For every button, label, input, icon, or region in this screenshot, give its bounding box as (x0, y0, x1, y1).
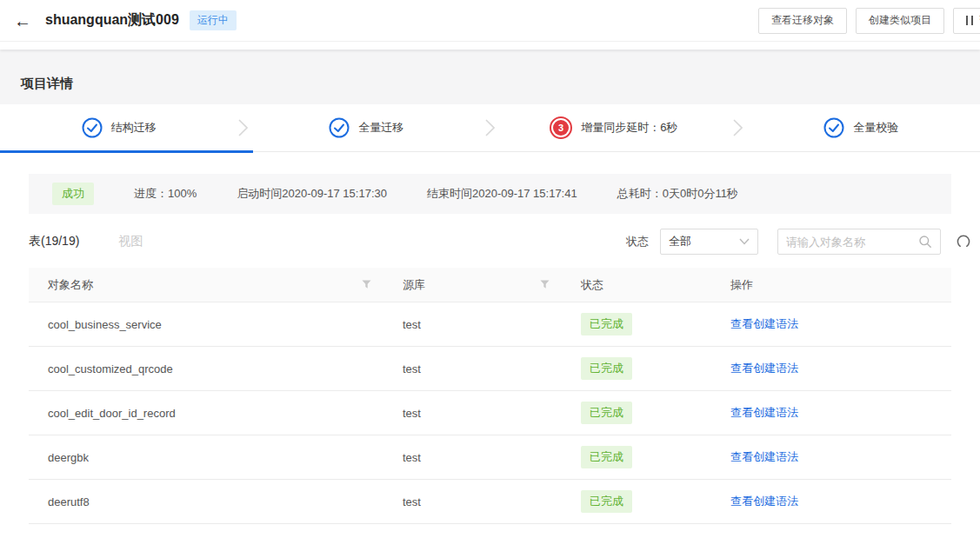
end-time-text: 结束时间2020-09-17 15:17:41 (427, 186, 577, 202)
step-full-verification[interactable]: 全量校验 (743, 117, 980, 138)
object-search-box (777, 229, 941, 255)
view-create-syntax-link[interactable]: 查看创建语法 (730, 495, 798, 508)
status-completed-badge: 已完成 (581, 402, 632, 424)
create-similar-project-button[interactable]: 创建类似项目 (856, 8, 944, 34)
source-db: test (403, 495, 421, 508)
col-object-name: 对象名称 (48, 277, 93, 293)
status-badge: 运行中 (190, 10, 237, 30)
status-completed-badge: 已完成 (581, 490, 632, 513)
view-migration-objects-button[interactable]: 查看迁移对象 (758, 8, 847, 34)
object-name: cool_customized_qrcode (48, 362, 173, 375)
chevron-right-icon (485, 119, 495, 136)
table-header-row: 对象名称 源库 状态 操作 (29, 268, 951, 302)
view-create-syntax-link[interactable]: 查看创建语法 (730, 406, 798, 419)
migration-steps-bar: 结构迁移 全量迁移 3 增量同步延时：6秒 (0, 104, 980, 152)
filter-funnel-icon[interactable] (540, 280, 550, 289)
app-header: ← shuangquan测试009 运行中 查看迁移对象 创建类似项目 暂停 (0, 0, 980, 42)
active-step-underline (0, 150, 253, 153)
chevron-right-icon (238, 119, 248, 136)
table-row: deerutf8 test 已完成 查看创建语法 (29, 480, 951, 524)
pause-icon (966, 16, 973, 25)
status-filter-label: 状态 (626, 234, 649, 249)
header-actions: 查看迁移对象 创建类似项目 暂停 (758, 8, 968, 34)
table-row: cool_edit_door_id_record test 已完成 查看创建语法 (29, 391, 951, 435)
step-label: 结构迁移 (111, 120, 157, 136)
start-time-text: 启动时间2020-09-17 15:17:30 (237, 186, 387, 202)
col-source-db: 源库 (403, 277, 425, 293)
success-badge: 成功 (52, 183, 94, 205)
object-name: deergbk (48, 451, 89, 464)
objects-table: 对象名称 源库 状态 操作 cool_business_service test… (29, 268, 951, 524)
object-name: deerutf8 (48, 495, 90, 508)
source-db: test (403, 451, 421, 464)
table-toolbar: 表(19/19) 视图 状态 全部 (29, 229, 971, 255)
view-create-syntax-link[interactable]: 查看创建语法 (730, 317, 798, 330)
object-name: cool_business_service (48, 318, 162, 331)
step-label: 全量迁移 (358, 120, 403, 136)
object-search-input[interactable] (786, 236, 918, 249)
chevron-right-icon (733, 119, 743, 136)
button-label: 创建类似项目 (869, 13, 931, 28)
col-actions: 操作 (730, 278, 753, 291)
gray-band: 项目详情 (0, 50, 980, 104)
header-shadow-divider (0, 42, 980, 50)
table-row: deergbk test 已完成 查看创建语法 (29, 435, 951, 480)
step-label: 全量校验 (853, 120, 898, 136)
toolbar-right: 状态 全部 (626, 229, 971, 255)
total-time-text: 总耗时：0天0时0分11秒 (617, 186, 738, 202)
step-structure-migration[interactable]: 结构迁移 (0, 117, 238, 138)
search-icon[interactable] (918, 235, 932, 249)
source-db: test (403, 407, 421, 420)
project-detail-panel: 结构迁移 全量迁移 3 增量同步延时：6秒 (0, 104, 980, 538)
view-create-syntax-link[interactable]: 查看创建语法 (730, 450, 798, 463)
check-circle-icon (82, 117, 103, 138)
chevron-down-icon (739, 238, 750, 245)
col-status: 状态 (581, 278, 603, 291)
view-create-syntax-link[interactable]: 查看创建语法 (730, 362, 798, 375)
step-label: 增量同步延时：6秒 (581, 120, 677, 136)
alert-count: 3 (553, 120, 569, 136)
back-arrow-icon[interactable]: ← (14, 12, 31, 30)
status-completed-badge: 已完成 (581, 313, 632, 335)
source-db: test (403, 318, 421, 331)
status-filter-value: 全部 (669, 234, 691, 249)
section-title: 项目详情 (21, 76, 73, 92)
step-full-migration[interactable]: 全量迁移 (248, 117, 486, 138)
step-incremental-sync[interactable]: 3 增量同步延时：6秒 (495, 116, 733, 139)
table-row: cool_customized_qrcode test 已完成 查看创建语法 (29, 347, 951, 391)
filter-funnel-icon[interactable] (362, 280, 371, 289)
table-row: cool_business_service test 已完成 查看创建语法 (29, 302, 951, 347)
refresh-icon[interactable] (956, 234, 971, 249)
progress-text: 进度：100% (134, 186, 197, 202)
tab-tables[interactable]: 表(19/19) (29, 234, 79, 249)
check-circle-icon (329, 117, 350, 138)
button-label: 查看迁移对象 (771, 13, 834, 28)
check-circle-icon (823, 117, 844, 138)
page-title: shuangquan测试009 (45, 11, 179, 30)
status-filter-select[interactable]: 全部 (660, 229, 758, 255)
summary-strip: 成功 进度：100% 启动时间2020-09-17 15:17:30 结束时间2… (29, 174, 951, 214)
pause-button[interactable]: 暂停 (953, 8, 980, 34)
alert-count-icon: 3 (550, 116, 572, 139)
source-db: test (403, 362, 421, 375)
tab-views[interactable]: 视图 (118, 234, 143, 249)
object-name: cool_edit_door_id_record (48, 407, 176, 420)
status-completed-badge: 已完成 (581, 446, 632, 468)
status-completed-badge: 已完成 (581, 357, 632, 380)
